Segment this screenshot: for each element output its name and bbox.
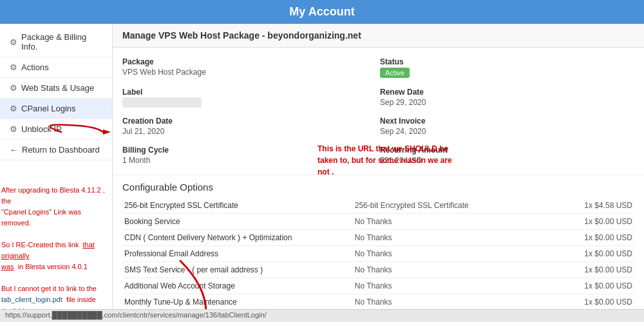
page-title: My Account (289, 5, 354, 18)
page-header: My Account (0, 0, 644, 24)
creation-cell: Creation Date Jul 21, 2020 (122, 113, 377, 139)
creation-date-value: Jul 21, 2020 (122, 127, 377, 136)
sidebar-item-label: CPanel Logins (21, 104, 76, 113)
table-row: SMS Text Service - ( per email address )… (122, 262, 634, 278)
sidebar-item-dashboard[interactable]: ← Return to Dashboard (0, 140, 112, 160)
config-value: No Thanks (353, 230, 548, 246)
sidebar-item-unblock[interactable]: ⚙ Unblock IP (0, 119, 112, 140)
red-annotation-note: This is the URL that we SHOULD be taken … (317, 143, 453, 178)
next-invoice-label: Next Invoice (380, 117, 634, 126)
package-value: VPS Web Host Package (122, 68, 377, 77)
content-title: Manage VPS Web Host Package - beyondorga… (122, 30, 361, 41)
gear-icon-actions: ⚙ (10, 62, 17, 72)
config-name: CDN ( Content Delivery Network ) + Optim… (122, 230, 353, 246)
renew-date-label: Renew Date (380, 88, 634, 97)
status-value: Active (380, 68, 634, 78)
package-label: Package (122, 57, 377, 66)
config-value: No Thanks (353, 278, 548, 294)
table-row: Booking Service No Thanks 1x $0.00 USD (122, 214, 634, 230)
sidebar-item-label: Web Stats & Usage (21, 83, 94, 93)
status-label: Status (380, 57, 634, 66)
config-price: 1x $0.00 USD (548, 246, 634, 262)
label-cell: Label beyondorganizing.net (122, 84, 377, 110)
config-price: 1x $4.58 USD (548, 198, 634, 214)
table-row: CDN ( Content Delivery Network ) + Optim… (122, 230, 634, 246)
configurable-section: Configurable Options 256-bit Encrypted S… (113, 175, 644, 317)
gear-icon: ⚙ (10, 37, 17, 47)
config-value: 256-bit Encrypted SSL Certificate (353, 198, 548, 214)
table-row: Monthly Tune-Up & Maintenance No Thanks … (122, 294, 634, 310)
arrow-left-icon: ← (10, 145, 18, 155)
content-header: Manage VPS Web Host Package - beyondorga… (113, 24, 644, 48)
package-cell: Package VPS Web Host Package (122, 54, 377, 81)
config-price: 1x $0.00 USD (548, 294, 634, 310)
config-price: 1x $0.00 USD (548, 230, 634, 246)
left-annotation: After upgrading to Blesta 4.11.2 , the"C… (1, 185, 108, 322)
config-name: Booking Service (122, 214, 353, 230)
next-invoice-value: Sep 24, 2020 (380, 127, 634, 136)
config-name: SMS Text Service - ( per email address ) (122, 262, 353, 278)
config-value: No Thanks (353, 246, 548, 262)
annotation-line1: After upgrading to Blesta 4.11.2 , the"C… (1, 185, 108, 229)
label-label: Label (122, 88, 377, 97)
red-note-text: This is the URL that we SHOULD be taken … (317, 144, 452, 176)
next-invoice-cell: Next Invoice Sep 24, 2020 (380, 113, 634, 139)
sidebar-item-label: Unblock IP (21, 124, 62, 134)
table-row: 256-bit Encrypted SSL Certificate 256-bi… (122, 198, 634, 214)
gear-icon-webstats: ⚙ (10, 83, 17, 93)
status-url: https://support.██████████.com/clientcnt… (5, 311, 267, 319)
label-value: beyondorganizing.net (122, 98, 377, 107)
config-value: No Thanks (353, 214, 548, 230)
config-price: 1x $0.00 USD (548, 278, 634, 294)
table-row: Additional Web Account Storage No Thanks… (122, 278, 634, 294)
status-bar: https://support.██████████.com/clientcnt… (0, 309, 644, 322)
table-row: Professional Email Address No Thanks 1x … (122, 246, 634, 262)
status-badge: Active (380, 68, 410, 78)
sidebar-item-actions[interactable]: ⚙ Actions (0, 57, 112, 78)
config-name: Monthly Tune-Up & Maintenance (122, 294, 353, 310)
gear-icon-cpanel: ⚙ (10, 104, 17, 113)
sidebar-item-cpanel[interactable]: ⚙ CPanel Logins (0, 99, 112, 119)
configurable-title: Configurable Options (122, 182, 634, 193)
sidebar-item-webstats[interactable]: ⚙ Web Stats & Usage (0, 78, 112, 99)
annotation-line2: So I RE-Created this link that originall… (1, 240, 108, 272)
config-name: 256-bit Encrypted SSL Certificate (122, 198, 353, 214)
sidebar-item-label: Actions (21, 62, 49, 72)
gear-icon-unblock: ⚙ (10, 124, 17, 134)
config-table: 256-bit Encrypted SSL Certificate 256-bi… (122, 198, 634, 310)
status-cell: Status Active (380, 54, 634, 81)
config-name: Professional Email Address (122, 246, 353, 262)
creation-date-label: Creation Date (122, 117, 377, 126)
config-name: Additional Web Account Storage (122, 278, 353, 294)
renew-cell: Renew Date Sep 29, 2020 (380, 84, 634, 110)
config-price: 1x $0.00 USD (548, 214, 634, 230)
blurred-label: beyondorganizing.net (122, 97, 202, 108)
renew-date-value: Sep 29, 2020 (380, 98, 634, 107)
sidebar-item-label: Package & Billing Info. (21, 32, 102, 52)
config-price: 1x $0.00 USD (548, 262, 634, 278)
config-value: No Thanks (353, 262, 548, 278)
config-value: No Thanks (353, 294, 548, 310)
sidebar-item-package[interactable]: ⚙ Package & Billing Info. (0, 27, 112, 57)
sidebar-item-label: Return to Dashboard (22, 145, 100, 155)
